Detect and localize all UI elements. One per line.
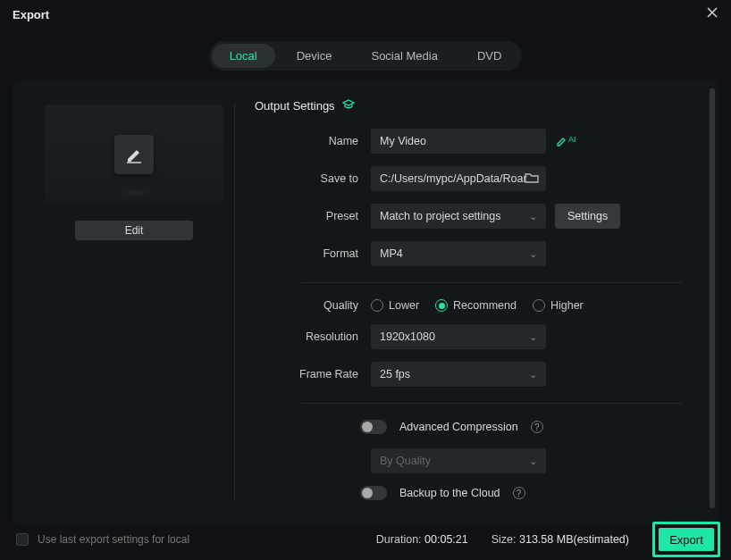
- chevron-down-icon: ⌄: [529, 331, 537, 343]
- chevron-down-icon: ⌄: [529, 211, 537, 222]
- close-icon[interactable]: [706, 6, 718, 22]
- resolution-select[interactable]: 1920x1080 ⌄: [371, 324, 546, 349]
- chevron-down-icon: ⌄: [529, 248, 537, 260]
- quality-lower-radio[interactable]: Lower: [371, 299, 419, 312]
- saveto-value: C:/Users/mypc/AppData/Roar: [380, 172, 527, 185]
- name-label: Name: [255, 135, 371, 147]
- chevron-down-icon: ⌄: [529, 456, 537, 467]
- duration-stat: Duration: 00:05:21: [376, 533, 468, 546]
- saveto-label: Save to: [255, 172, 371, 185]
- window-title: Export: [13, 8, 49, 21]
- separator: [301, 403, 683, 404]
- quality-recommend-radio[interactable]: Recommend: [435, 299, 517, 312]
- name-input[interactable]: [371, 129, 546, 154]
- export-tabs: Local Device Social Media DVD: [209, 41, 523, 71]
- quality-higher-radio[interactable]: Higher: [533, 299, 584, 312]
- quality-label: Quality: [255, 299, 371, 312]
- export-button[interactable]: Export: [659, 528, 714, 551]
- graduation-cap-icon[interactable]: [342, 99, 355, 113]
- reflection: [114, 188, 154, 197]
- format-value: MP4: [380, 247, 403, 260]
- backup-cloud-label: Backup to the Cloud: [399, 487, 500, 499]
- help-icon[interactable]: ?: [513, 487, 525, 499]
- format-select[interactable]: MP4 ⌄: [371, 241, 546, 266]
- preset-label: Preset: [255, 210, 371, 222]
- use-last-settings-checkbox[interactable]: [16, 533, 29, 546]
- chevron-down-icon: ⌄: [529, 369, 537, 380]
- tab-local[interactable]: Local: [212, 44, 275, 68]
- use-last-settings-label: Use last export settings for local: [38, 533, 189, 546]
- saveto-field[interactable]: C:/Users/mypc/AppData/Roar: [371, 166, 546, 191]
- export-highlight: Export: [652, 522, 720, 557]
- framerate-select[interactable]: 25 fps ⌄: [371, 362, 546, 387]
- edit-thumbnail-icon: [114, 135, 154, 174]
- format-label: Format: [255, 247, 371, 260]
- size-stat: Size: 313.58 MB(estimated): [492, 533, 629, 546]
- framerate-value: 25 fps: [380, 368, 410, 380]
- tab-social-media[interactable]: Social Media: [353, 44, 455, 68]
- preset-select[interactable]: Match to project settings ⌄: [371, 204, 546, 229]
- preset-settings-button[interactable]: Settings: [555, 204, 620, 229]
- advanced-compression-toggle[interactable]: [360, 420, 387, 434]
- folder-icon[interactable]: [525, 171, 539, 187]
- video-thumbnail[interactable]: [45, 104, 223, 205]
- main-panel: Edit Output Settings Name AI Save to: [13, 79, 718, 524]
- compression-mode-value: By Quality: [380, 455, 431, 467]
- separator: [301, 282, 683, 283]
- section-title: Output Settings: [255, 99, 335, 113]
- tab-dvd[interactable]: DVD: [459, 44, 519, 68]
- tab-device[interactable]: Device: [279, 44, 350, 68]
- framerate-label: Frame Rate: [255, 368, 371, 380]
- resolution-label: Resolution: [255, 330, 371, 343]
- backup-cloud-toggle[interactable]: [360, 486, 387, 500]
- compression-mode-select: By Quality ⌄: [371, 448, 546, 473]
- preset-value: Match to project settings: [380, 210, 500, 222]
- advanced-compression-label: Advanced Compression: [399, 421, 518, 433]
- resolution-value: 1920x1080: [380, 330, 435, 343]
- edit-button[interactable]: Edit: [75, 221, 193, 240]
- ai-rename-icon[interactable]: AI: [555, 135, 576, 147]
- scrollbar[interactable]: [710, 88, 715, 508]
- help-icon[interactable]: ?: [531, 421, 543, 433]
- footer: Use last export settings for local Durat…: [0, 519, 731, 560]
